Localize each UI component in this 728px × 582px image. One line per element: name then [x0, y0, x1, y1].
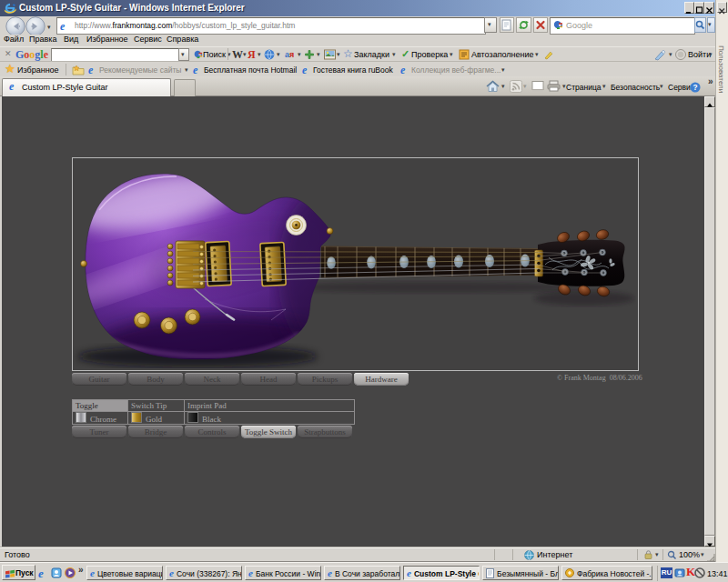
svg-text:?: ?: [693, 83, 697, 92]
